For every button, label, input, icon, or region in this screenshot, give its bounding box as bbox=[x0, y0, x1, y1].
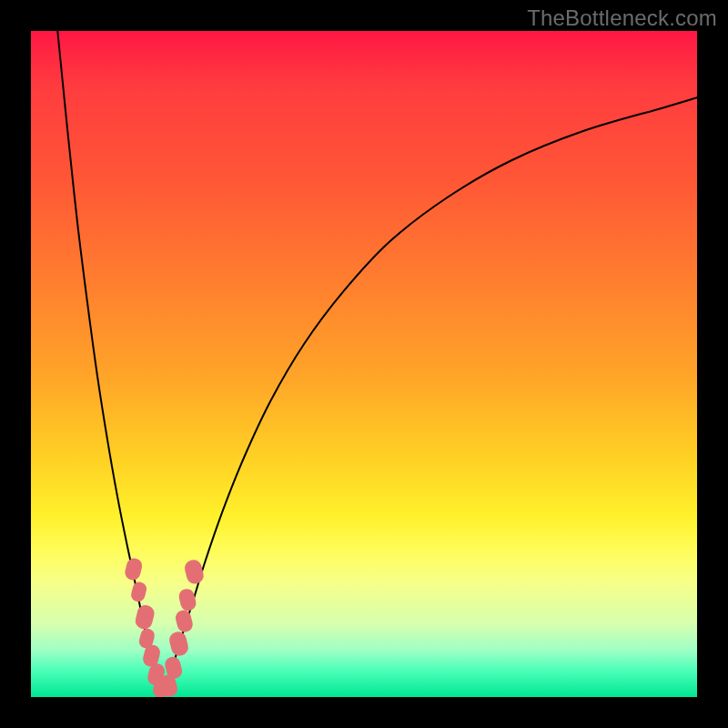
chart-plot bbox=[31, 31, 697, 697]
data-marker bbox=[167, 630, 190, 657]
data-marker bbox=[177, 587, 197, 612]
watermark-text: TheBottleneck.com bbox=[527, 5, 717, 31]
curve-left-branch bbox=[57, 31, 163, 695]
curve-right-branch bbox=[164, 97, 697, 695]
data-marker bbox=[183, 558, 206, 585]
data-marker bbox=[130, 581, 148, 603]
chart-frame: TheBottleneck.com bbox=[0, 0, 728, 728]
data-marker bbox=[174, 609, 194, 633]
data-marker bbox=[134, 603, 157, 631]
data-marker bbox=[124, 557, 144, 581]
chart-svg bbox=[31, 31, 697, 697]
